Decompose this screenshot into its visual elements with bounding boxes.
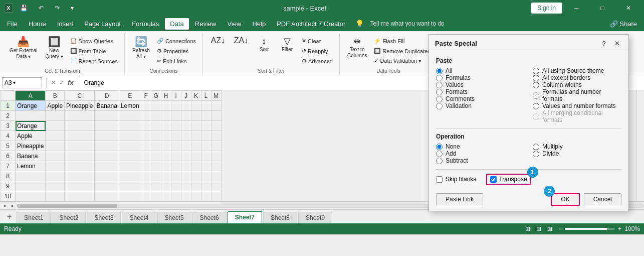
radio-formats-label[interactable]: Formats [446, 88, 468, 95]
properties-button[interactable]: ⚙ Properties [154, 46, 198, 56]
cell[interactable] [181, 141, 191, 151]
radio-divide-input[interactable] [533, 151, 539, 157]
col-header-b[interactable]: B [46, 91, 65, 101]
radio-vn-label[interactable]: Values and number formats [542, 102, 616, 109]
sign-in-button[interactable]: Sign in [531, 3, 562, 14]
cell[interactable] [191, 191, 201, 201]
cell[interactable] [95, 171, 119, 181]
radio-multiply-label[interactable]: Multiply [542, 143, 563, 150]
cell[interactable] [46, 191, 65, 201]
cell[interactable] [65, 171, 95, 181]
zoom-in-button[interactable]: + [618, 225, 621, 232]
cell[interactable] [201, 171, 211, 181]
cell[interactable] [171, 131, 181, 141]
cell[interactable] [161, 121, 171, 131]
cell[interactable] [201, 161, 211, 171]
radio-multiply-input[interactable] [533, 144, 539, 150]
radio-source-label[interactable]: All using Source theme [542, 67, 604, 74]
cell[interactable] [201, 141, 211, 151]
col-header-g[interactable]: G [151, 91, 161, 101]
cell[interactable] [171, 111, 181, 121]
cell[interactable] [65, 151, 95, 161]
cell[interactable] [181, 131, 191, 141]
cell[interactable] [46, 151, 65, 161]
cell[interactable] [119, 121, 141, 131]
cell[interactable] [119, 191, 141, 201]
cell[interactable]: Lemon [119, 101, 141, 111]
cell[interactable] [151, 131, 161, 141]
radio-none-input[interactable] [436, 144, 443, 150]
col-header-e[interactable]: E [119, 91, 141, 101]
view-break-icon[interactable]: ⊠ [547, 225, 552, 232]
cell[interactable] [201, 101, 211, 111]
cell[interactable] [161, 181, 171, 191]
cell[interactable] [201, 131, 211, 141]
radio-validation-input[interactable] [436, 103, 443, 109]
restore-button[interactable]: □ [591, 0, 614, 16]
cell[interactable] [95, 161, 119, 171]
save-button[interactable]: 💾 [16, 3, 32, 14]
cell[interactable] [181, 101, 191, 111]
radio-add-label[interactable]: Add [446, 150, 456, 157]
cell[interactable] [141, 151, 151, 161]
cell[interactable] [95, 121, 119, 131]
row-number[interactable]: 1 [1, 101, 16, 111]
cell[interactable] [211, 141, 221, 151]
radio-values-label[interactable]: Values [446, 81, 464, 88]
undo-button[interactable]: ↶ [35, 3, 48, 14]
sheet-tab-sheet9[interactable]: Sheet9 [298, 212, 332, 223]
cell[interactable]: Orange [16, 101, 46, 111]
cell[interactable] [151, 141, 161, 151]
row-number[interactable]: 10 [1, 191, 16, 201]
cell[interactable] [151, 191, 161, 201]
radio-all-input[interactable] [436, 68, 443, 74]
cell[interactable] [95, 131, 119, 141]
cell[interactable] [181, 161, 191, 171]
advanced-button[interactable]: ⚙ Advanced [299, 56, 335, 66]
cell[interactable] [211, 161, 221, 171]
cell[interactable] [141, 111, 151, 121]
sheet-tab-sheet4[interactable]: Sheet4 [122, 212, 156, 223]
cell[interactable] [65, 121, 95, 131]
cell[interactable] [151, 121, 161, 131]
menu-help[interactable]: Help [247, 18, 271, 30]
cell[interactable] [141, 171, 151, 181]
cell[interactable] [95, 111, 119, 121]
radio-borders-label[interactable]: All except borders [542, 74, 590, 81]
col-header-c[interactable]: C [65, 91, 95, 101]
cell[interactable] [181, 151, 191, 161]
cell[interactable] [151, 181, 161, 191]
cell[interactable] [201, 151, 211, 161]
radio-comments-label[interactable]: Comments [446, 95, 475, 102]
cell[interactable]: Banana [95, 101, 119, 111]
refresh-all-button[interactable]: 🔄 RefreshAll ▾ [129, 34, 153, 62]
ok-button[interactable]: OK [551, 193, 579, 206]
cell[interactable] [191, 121, 201, 131]
cell[interactable] [211, 121, 221, 131]
cell[interactable] [46, 111, 65, 121]
row-number[interactable]: 6 [1, 151, 16, 161]
cell[interactable] [95, 191, 119, 201]
cell[interactable] [161, 111, 171, 121]
transpose-label[interactable]: Transpose [499, 176, 527, 183]
cell[interactable] [16, 191, 46, 201]
cell[interactable] [46, 171, 65, 181]
menu-review[interactable]: Review [190, 18, 222, 30]
cell[interactable] [46, 161, 65, 171]
paste-link-button[interactable]: Paste Link [436, 193, 483, 205]
zoom-out-button[interactable]: − [558, 225, 562, 232]
col-header-j[interactable]: J [181, 91, 191, 101]
cell[interactable] [119, 141, 141, 151]
cell[interactable] [151, 161, 161, 171]
menu-pdf[interactable]: PDF Architect 7 Creator [272, 18, 350, 30]
menu-tell-me[interactable]: Tell me what you want to do [365, 18, 449, 29]
zoom-slider-track[interactable] [565, 228, 615, 230]
cell[interactable] [211, 191, 221, 201]
col-header-d[interactable]: D [95, 91, 119, 101]
connections-button[interactable]: 🔗 Connections [154, 36, 198, 46]
cell[interactable] [161, 101, 171, 111]
cell[interactable] [191, 181, 201, 191]
menu-share[interactable]: 🔗 Share [605, 18, 642, 30]
cell[interactable]: Apple [46, 101, 65, 111]
cell[interactable] [141, 191, 151, 201]
